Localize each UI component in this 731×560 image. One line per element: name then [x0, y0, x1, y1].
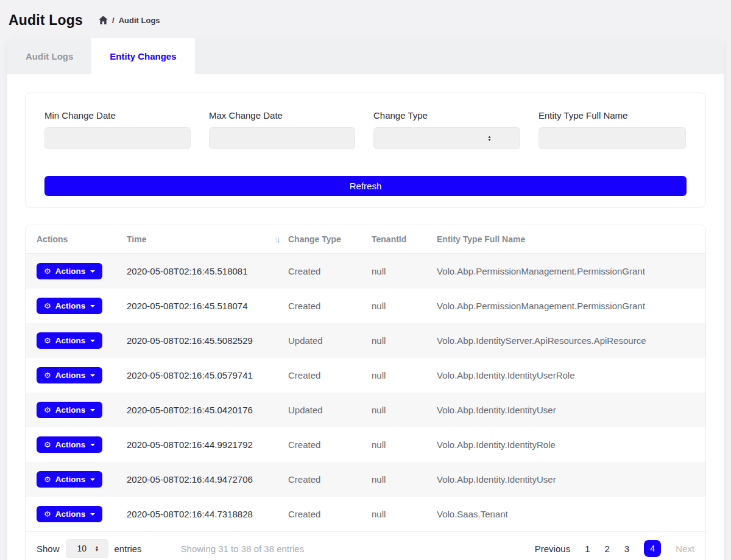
cell-time: 2020-05-08T02:16:45.0420176: [127, 393, 288, 427]
page-size-select[interactable]: 10 ▲▼: [66, 539, 108, 558]
tab-bar: Audit Logs Entity Changes: [7, 38, 724, 74]
cell-tenant-id: null: [372, 427, 437, 462]
home-icon[interactable]: [99, 16, 108, 24]
caret-down-icon: [90, 513, 95, 516]
column-header-tenant-id: TenantId: [372, 225, 437, 254]
cell-change-type: Updated: [288, 393, 372, 427]
pagination-next[interactable]: Next: [676, 544, 694, 554]
row-actions-button[interactable]: ⚙Actions: [37, 506, 102, 522]
table-row: ⚙Actions2020-05-08T02:16:45.518081Create…: [26, 254, 705, 289]
table-row: ⚙Actions2020-05-08T02:16:45.0420176Updat…: [26, 393, 705, 427]
caret-down-icon: [90, 270, 95, 273]
cell-time: 2020-05-08T02:16:45.0579741: [127, 358, 288, 393]
column-header-change-type: Change Type: [288, 225, 372, 254]
column-header-actions: Actions: [26, 225, 127, 254]
gear-icon: ⚙: [44, 475, 51, 483]
gear-icon: ⚙: [44, 510, 51, 518]
caret-down-icon: [90, 340, 95, 342]
pagination-page-3[interactable]: 3: [624, 544, 629, 554]
cell-time: 2020-05-08T02:16:45.518074: [127, 289, 288, 323]
cell-tenant-id: null: [372, 497, 437, 531]
cell-tenant-id: null: [372, 358, 437, 393]
table-row: ⚙Actions2020-05-08T02:16:44.9472706Creat…: [26, 462, 705, 497]
breadcrumb: / Audit Logs: [99, 16, 160, 25]
entity-changes-table: Actions Time ↑↓ Change Type TenantId Ent…: [26, 225, 705, 531]
column-header-time[interactable]: Time ↑↓: [127, 225, 288, 254]
table-row: ⚙Actions2020-05-08T02:16:44.7318828Creat…: [26, 497, 705, 531]
column-header-entity-type-full-name: Entity Type Full Name: [437, 225, 705, 254]
row-actions-button[interactable]: ⚙Actions: [37, 332, 102, 349]
gear-icon: ⚙: [44, 406, 51, 414]
table-row: ⚙Actions2020-05-08T02:16:45.0579741Creat…: [26, 358, 705, 393]
cell-entity-type-full-name: Volo.Abp.Identity.IdentityUser: [437, 393, 705, 427]
cell-actions: ⚙Actions: [26, 358, 127, 393]
row-actions-button[interactable]: ⚙Actions: [37, 471, 102, 488]
cell-actions: ⚙Actions: [26, 289, 127, 323]
cell-time: 2020-05-08T02:16:44.9472706: [127, 462, 288, 497]
gear-icon: ⚙: [44, 267, 51, 275]
table-header-row: Actions Time ↑↓ Change Type TenantId Ent…: [26, 225, 705, 254]
pagination-page-2[interactable]: 2: [604, 544, 609, 554]
select-updown-icon: ▲▼: [487, 135, 492, 141]
cell-entity-type-full-name: Volo.Abp.IdentityServer.ApiResources.Api…: [437, 323, 705, 358]
cell-tenant-id: null: [372, 254, 437, 289]
caret-down-icon: [90, 305, 95, 307]
cell-actions: ⚙Actions: [26, 323, 127, 358]
min-change-date-label: Min Change Date: [44, 110, 191, 121]
sort-icon[interactable]: ↑↓: [274, 235, 278, 244]
cell-change-type: Updated: [288, 323, 372, 358]
pagination: Previous1234Next: [535, 540, 694, 557]
pagination-page-1[interactable]: 1: [585, 544, 590, 554]
cell-tenant-id: null: [372, 393, 437, 427]
table-row: ⚙Actions2020-05-08T02:16:45.5082529Updat…: [26, 323, 705, 358]
field-change-type: Change Type ▲▼: [373, 110, 520, 149]
cell-change-type: Created: [288, 427, 372, 462]
min-change-date-input[interactable]: [44, 127, 191, 149]
cell-actions: ⚙Actions: [26, 393, 127, 427]
cell-actions: ⚙Actions: [26, 462, 127, 497]
field-min-change-date: Min Change Date: [44, 110, 191, 149]
entity-type-full-name-label: Entity Type Full Name: [539, 110, 686, 121]
entity-type-full-name-input[interactable]: [539, 127, 686, 149]
gear-icon: ⚙: [44, 302, 51, 310]
cell-entity-type-full-name: Volo.Abp.Identity.IdentityUserRole: [437, 358, 705, 393]
gear-icon: ⚙: [44, 441, 51, 449]
field-max-change-date: Max Change Date: [209, 110, 355, 149]
gear-icon: ⚙: [44, 337, 51, 345]
filter-panel: Min Change Date Max Change Date Change T…: [25, 93, 706, 208]
row-actions-button[interactable]: ⚙Actions: [37, 402, 102, 418]
table-row: ⚙Actions2020-05-08T02:16:45.518074Create…: [26, 289, 705, 323]
cell-time: 2020-05-08T02:16:44.7318828: [127, 497, 288, 531]
refresh-button[interactable]: Refresh: [44, 176, 687, 196]
tab-audit-logs[interactable]: Audit Logs: [7, 38, 91, 74]
pagination-previous[interactable]: Previous: [535, 544, 570, 554]
cell-actions: ⚙Actions: [26, 427, 127, 462]
cell-change-type: Created: [288, 289, 372, 323]
change-type-label: Change Type: [373, 110, 520, 121]
row-actions-button[interactable]: ⚙Actions: [37, 436, 102, 453]
cell-time: 2020-05-08T02:16:44.9921792: [127, 427, 288, 462]
row-actions-button[interactable]: ⚙Actions: [37, 367, 102, 383]
cell-time: 2020-05-08T02:16:45.5082529: [127, 323, 288, 358]
filter-grid: Min Change Date Max Change Date Change T…: [44, 110, 687, 149]
cell-actions: ⚙Actions: [26, 497, 127, 531]
entries-info: Showing 31 to 38 of 38 entries: [181, 544, 305, 554]
cell-entity-type-full-name: Volo.Abp.Identity.IdentityUser: [437, 462, 705, 497]
field-entity-type-full-name: Entity Type Full Name: [539, 110, 686, 149]
cell-change-type: Created: [288, 462, 372, 497]
max-change-date-label: Max Change Date: [209, 110, 355, 121]
row-actions-button[interactable]: ⚙Actions: [37, 298, 102, 314]
cell-time: 2020-05-08T02:16:45.518081: [127, 254, 288, 289]
page-title: Audit Logs: [9, 12, 83, 29]
pagination-page-4[interactable]: 4: [644, 540, 661, 557]
cell-entity-type-full-name: Volo.Abp.PermissionManagement.Permission…: [437, 254, 705, 289]
caret-down-icon: [90, 374, 95, 377]
cell-change-type: Created: [288, 254, 372, 289]
cell-tenant-id: null: [372, 323, 437, 358]
max-change-date-input[interactable]: [209, 127, 355, 149]
change-type-select[interactable]: ▲▼: [373, 127, 520, 149]
cell-tenant-id: null: [372, 289, 437, 323]
main-card: Audit Logs Entity Changes Min Change Dat…: [7, 38, 724, 560]
tab-entity-changes[interactable]: Entity Changes: [91, 38, 194, 74]
row-actions-button[interactable]: ⚙Actions: [37, 263, 102, 279]
